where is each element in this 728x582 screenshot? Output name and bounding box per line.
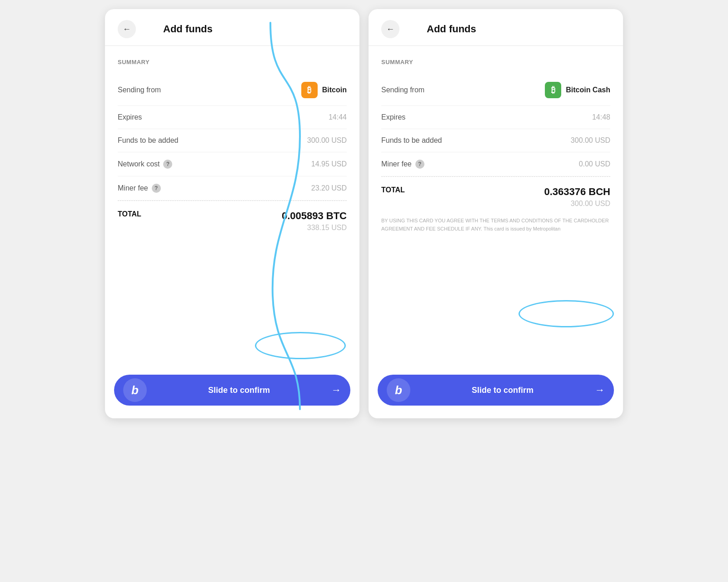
- left-sending-from-value: ₿ Bitcoin: [301, 82, 347, 98]
- right-total-sub: 300.00 USD: [544, 200, 610, 208]
- left-slide-text: Slide to confirm: [147, 386, 331, 395]
- left-slide-wrapper: b Slide to confirm →: [105, 367, 359, 418]
- right-sending-from-text: Bitcoin Cash: [566, 86, 610, 94]
- left-funds-value: 300.00 USD: [307, 136, 347, 145]
- right-funds-value: 300.00 USD: [571, 136, 610, 145]
- right-back-button[interactable]: ←: [381, 20, 399, 38]
- right-sending-from-row: Sending from ₿ Bitcoin Cash: [381, 75, 610, 106]
- left-content: SUMMARY Sending from ₿ Bitcoin Expires 1…: [105, 46, 359, 367]
- left-slide-logo: b: [123, 378, 147, 402]
- right-expires-value: 14:48: [592, 113, 610, 121]
- left-expires-row: Expires 14:44: [118, 106, 347, 129]
- left-expires-label: Expires: [118, 113, 142, 121]
- network-cost-help-icon[interactable]: ?: [163, 160, 172, 169]
- right-page-title: Add funds: [427, 23, 476, 35]
- right-miner-help-icon[interactable]: ?: [415, 160, 424, 169]
- left-slide-button[interactable]: b Slide to confirm →: [114, 375, 350, 406]
- left-page-title: Add funds: [163, 23, 213, 35]
- left-panel: ← Add funds SUMMARY Sending from ₿ Bitco…: [105, 9, 359, 418]
- left-miner-help-icon[interactable]: ?: [152, 184, 161, 193]
- left-total-row: TOTAL 0.005893 BTC 338.15 USD: [118, 201, 347, 236]
- left-miner-label: Miner fee ?: [118, 184, 161, 193]
- right-expires-label: Expires: [381, 113, 405, 121]
- left-total-main: 0.005893 BTC: [282, 210, 347, 222]
- right-total-label: TOTAL: [381, 186, 405, 194]
- right-summary-label: SUMMARY: [381, 59, 610, 65]
- right-panel: ← Add funds SUMMARY Sending from ₿ Bitco…: [369, 9, 623, 418]
- left-miner-value: 23.20 USD: [311, 184, 347, 192]
- left-summary-label: SUMMARY: [118, 59, 347, 65]
- right-total-row: TOTAL 0.363376 BCH 300.00 USD: [381, 176, 610, 211]
- right-content: SUMMARY Sending from ₿ Bitcoin Cash Expi…: [369, 46, 623, 367]
- right-slide-arrow: →: [595, 384, 605, 396]
- left-header: ← Add funds: [105, 9, 359, 46]
- left-expires-value: 14:44: [329, 113, 347, 121]
- right-slide-wrapper: b Slide to confirm →: [369, 367, 623, 418]
- right-miner-row: Miner fee ? 0.00 USD: [381, 152, 610, 176]
- right-header: ← Add funds: [369, 9, 623, 46]
- right-total-value-block: 0.363376 BCH 300.00 USD: [544, 186, 610, 208]
- right-miner-label: Miner fee ?: [381, 160, 424, 169]
- left-miner-row: Miner fee ? 23.20 USD: [118, 176, 347, 201]
- left-funds-label: Funds to be added: [118, 136, 178, 145]
- right-total-main: 0.363376 BCH: [544, 186, 610, 198]
- left-total-value-block: 0.005893 BTC 338.15 USD: [282, 210, 347, 232]
- btc-icon: ₿: [301, 82, 318, 98]
- left-sending-from-label: Sending from: [118, 86, 161, 94]
- left-back-icon: ←: [123, 25, 131, 34]
- bch-icon: ₿: [545, 82, 561, 98]
- right-sending-from-value: ₿ Bitcoin Cash: [545, 82, 610, 98]
- right-slide-text: Slide to confirm: [410, 386, 595, 395]
- left-network-label: Network cost ?: [118, 160, 172, 169]
- left-total-label: TOTAL: [118, 210, 141, 218]
- right-expires-row: Expires 14:48: [381, 106, 610, 129]
- right-funds-row: Funds to be added 300.00 USD: [381, 129, 610, 152]
- left-network-value: 14.95 USD: [311, 160, 347, 168]
- left-total-sub: 338.15 USD: [282, 224, 347, 232]
- right-sending-from-label: Sending from: [381, 86, 424, 94]
- right-back-icon: ←: [386, 25, 394, 34]
- right-slide-button[interactable]: b Slide to confirm →: [378, 375, 614, 406]
- left-network-row: Network cost ? 14.95 USD: [118, 152, 347, 176]
- right-footer-text: BY USING THIS CARD YOU AGREE WITH THE TE…: [381, 211, 610, 240]
- left-sending-from-row: Sending from ₿ Bitcoin: [118, 75, 347, 106]
- left-sending-from-text: Bitcoin: [322, 86, 347, 94]
- right-funds-label: Funds to be added: [381, 136, 442, 145]
- left-funds-row: Funds to be added 300.00 USD: [118, 129, 347, 152]
- right-slide-logo: b: [387, 378, 410, 402]
- left-slide-arrow: →: [331, 384, 341, 396]
- left-back-button[interactable]: ←: [118, 20, 136, 38]
- right-miner-value: 0.00 USD: [579, 160, 610, 168]
